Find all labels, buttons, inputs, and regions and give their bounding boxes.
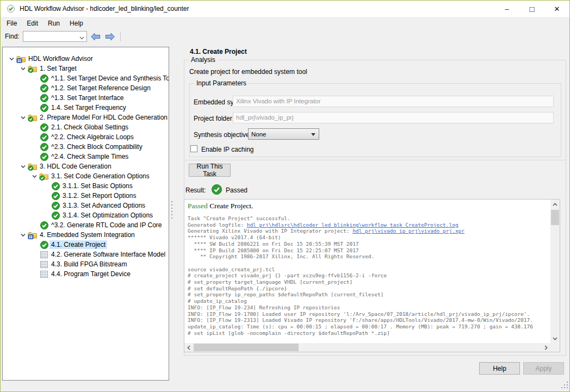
tree-expander-icon[interactable]	[7, 54, 16, 63]
tree-item-label: HDL Workflow Advisor	[27, 54, 95, 63]
log-text: Task "Create Project" successful.	[188, 215, 290, 221]
run-this-task-button[interactable]: Run This Task	[189, 164, 231, 177]
maximize-icon: □	[529, 4, 534, 14]
tree-item[interactable]: 3.1.2. Set Report Options	[3, 191, 169, 201]
find-combobox[interactable]	[23, 31, 87, 42]
log-text: ****** Vivado v2017.4 (64-bit)	[188, 234, 281, 240]
task-check-icon	[39, 133, 49, 141]
help-button[interactable]: Help	[479, 362, 520, 375]
analysis-groupbox-label: Analysis	[189, 56, 218, 64]
log-heading: Passed Create Project.	[188, 202, 550, 210]
project-folder-field[interactable]: hdl_prj\vivado_ip_prj	[233, 112, 554, 123]
tree-item[interactable]: 4.2. Generate Software Interface Model	[3, 250, 169, 259]
tree-expander-spacer	[30, 74, 39, 83]
log-text: **** SW Build 2086221 on Fri Dec 15 20:5…	[188, 241, 359, 247]
tree-item[interactable]: ^3.2. Generate RTL Code and IP Core	[3, 220, 169, 230]
tree-item[interactable]: 3.1. Set Code Generation Options	[3, 171, 169, 181]
log-link[interactable]: hdl_prj\vivado_ip_prj\vivado_prj.xpr	[352, 228, 464, 234]
tree-item[interactable]: 4.1. Create Project	[3, 240, 169, 250]
tree-item[interactable]: ^1.1. Set Target Device and Synthesis To…	[3, 73, 169, 83]
scroll-up-icon[interactable]	[550, 200, 560, 209]
resize-grip-icon[interactable]	[561, 382, 568, 390]
tree-expander-spacer	[30, 94, 39, 102]
panel-splitter-handle[interactable]	[171, 201, 172, 219]
tree-expander-spacer	[41, 211, 50, 220]
tree-item[interactable]: HDL Workflow Advisor	[3, 54, 169, 64]
task-check-icon	[39, 94, 49, 102]
tree-item[interactable]: ^2.3. Check Block Compatibility	[3, 142, 169, 152]
tree-item[interactable]: 3.1.3. Set Advanced Options	[3, 201, 169, 210]
tree-item[interactable]: 4.4. Program Target Device	[3, 269, 169, 279]
tree-item[interactable]: 1. Set Target	[3, 64, 169, 73]
task-check-icon	[39, 142, 49, 151]
find-input[interactable]	[25, 32, 78, 41]
tree-expander-spacer	[30, 270, 39, 278]
tree-expander-icon[interactable]	[18, 113, 27, 122]
folder-check-icon	[27, 113, 38, 122]
result-label: Result:	[185, 186, 206, 194]
tree-item[interactable]: 4. Embedded System Integration	[3, 230, 169, 240]
tree-item[interactable]: 3.1.1. Set Basic Options	[3, 181, 169, 191]
log-line: **** SW Build 2086221 on Fri Dec 15 20:5…	[188, 241, 550, 247]
tree-expander-spacer	[30, 260, 39, 269]
find-previous-button[interactable]	[90, 31, 102, 42]
log-text: Generating Xilinx Vivado with IP Integra…	[188, 228, 352, 234]
task-check-icon	[39, 103, 49, 112]
close-icon: ✕	[554, 5, 560, 13]
app-check-icon	[7, 4, 15, 13]
tree-expander-icon[interactable]	[18, 231, 27, 239]
task-check-icon	[39, 240, 49, 249]
arrow-left-icon	[90, 33, 101, 41]
close-button[interactable]: ✕	[544, 1, 569, 17]
tree-item[interactable]: 3.1.4. Set Optimization Options	[3, 210, 169, 220]
tree-expander-icon[interactable]	[18, 162, 27, 171]
workflow-tree[interactable]: HDL Workflow Advisor1. Set Target^1.1. S…	[2, 47, 169, 381]
tree-item[interactable]: ^1.2. Set Target Reference Design	[3, 83, 169, 93]
log-text: # set ipList [glob -nocomplain -director…	[188, 330, 390, 336]
scroll-right-icon[interactable]	[542, 343, 550, 352]
tree-item[interactable]: ^1.3. Set Target Interface	[3, 93, 169, 103]
minimize-icon: –	[505, 5, 509, 13]
log-vertical-scrollbar[interactable]	[550, 200, 560, 343]
log-link[interactable]: hdl_prj\hdlsrc\hdlcoder_led_blinking\wor…	[247, 222, 459, 228]
tree-item[interactable]: 3. HDL Code Generation	[3, 161, 169, 171]
scrollbar-corner	[550, 343, 560, 352]
menu-file[interactable]: File	[2, 18, 22, 29]
tree-item[interactable]: ^2.4. Check Sample Times	[3, 152, 169, 161]
folder-check-icon	[27, 162, 38, 171]
hscroll-thumb[interactable]	[194, 344, 299, 351]
tree-item[interactable]: 2. Prepare Model For HDL Code Generation	[3, 113, 169, 122]
log-text: # set_property target_language VHDL [cur…	[188, 279, 352, 285]
embedded-system-tool-field[interactable]: Xilinx Vivado with IP Integrator	[233, 96, 554, 107]
log-text: source vivado_create_prj.tcl	[188, 266, 275, 272]
tree-item[interactable]: 2.1. Check Global Settings	[3, 122, 169, 132]
enable-ip-caching-checkbox[interactable]	[190, 145, 197, 152]
arrow-right-icon	[105, 33, 115, 41]
tree-item-label: 1.4. Set Target Frequency	[49, 103, 128, 112]
scroll-down-icon[interactable]	[550, 334, 560, 343]
tree-expander-icon[interactable]	[18, 64, 27, 73]
maximize-button[interactable]: □	[519, 1, 544, 17]
log-line: ****** Vivado v2017.4 (64-bit)	[188, 234, 550, 241]
menu-run[interactable]: Run	[43, 18, 65, 29]
synthesis-objective-dropdown[interactable]: None	[248, 128, 319, 140]
folder-check-icon	[27, 64, 38, 73]
tree-item[interactable]: ^2.2. Check Algebraic Loops	[3, 132, 169, 142]
tree-expander-icon[interactable]	[30, 172, 39, 181]
vscroll-thumb[interactable]	[551, 210, 559, 225]
log-line: # set ipList [glob -nocomplain -director…	[188, 330, 550, 337]
tree-expander-spacer	[41, 191, 50, 200]
tree-item-label: 2.1. Check Global Settings	[49, 123, 130, 132]
log-line: source vivado_create_prj.tcl	[188, 266, 550, 273]
scroll-left-icon[interactable]	[184, 343, 193, 352]
minimize-button[interactable]: –	[494, 1, 519, 17]
log-horizontal-scrollbar[interactable]	[184, 343, 550, 352]
menu-edit[interactable]: Edit	[22, 18, 43, 29]
log-line: # set_property ip_repo_paths $defaultRep…	[188, 291, 550, 298]
find-next-button[interactable]	[104, 31, 116, 42]
tree-item[interactable]: 4.3. Build FPGA Bitstream	[3, 259, 169, 269]
tree-item[interactable]: 1.4. Set Target Frequency	[3, 103, 169, 113]
synthesis-objective-label: Synthesis objective:	[194, 131, 251, 139]
combo-chevron-down-icon[interactable]	[79, 34, 84, 42]
menu-help[interactable]: Help	[65, 18, 88, 29]
